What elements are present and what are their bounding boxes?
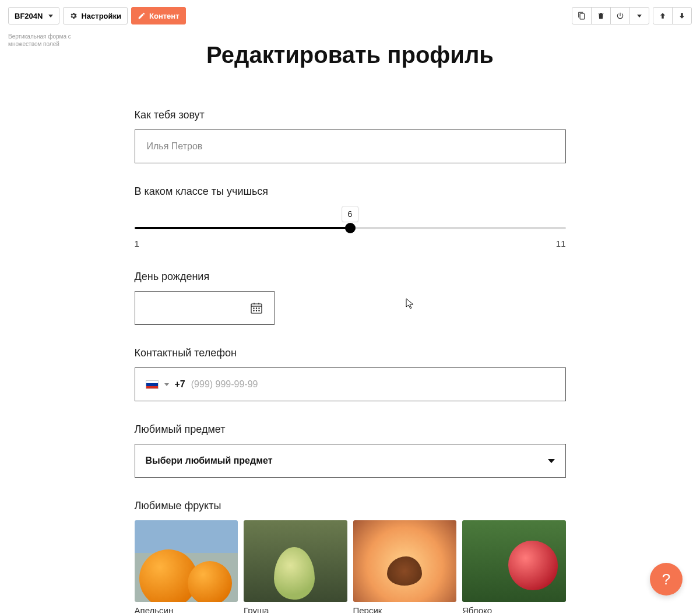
fruit-option-orange[interactable]: Апельсин <box>135 520 238 613</box>
slider-min-label: 1 <box>135 239 139 248</box>
grade-label: В каком классе ты учишься <box>135 185 566 198</box>
profile-form: Как тебя зовут В каком классе ты учишься… <box>135 109 566 613</box>
arrow-up-icon <box>659 12 667 20</box>
settings-label: Настройки <box>81 12 121 20</box>
phone-placeholder: (999) 999-99-99 <box>191 379 258 390</box>
subject-select[interactable]: Выбери любимый предмет <box>135 444 566 478</box>
fruits-label: Любимые фрукты <box>135 500 566 512</box>
slider-tooltip: 6 <box>342 206 359 222</box>
fruit-image <box>462 520 566 602</box>
flag-ru-icon <box>146 380 159 389</box>
birthday-input[interactable] <box>135 291 275 325</box>
pencil-icon <box>138 12 146 20</box>
chevron-down-icon <box>637 15 642 17</box>
arrow-down-icon <box>678 12 686 20</box>
grade-slider[interactable]: 6 1 11 <box>135 206 566 248</box>
fruit-caption: Яблоко <box>462 605 566 613</box>
action-group-1 <box>572 7 649 24</box>
block-id-label: BF204N <box>15 12 43 20</box>
power-icon <box>616 12 624 20</box>
trash-icon <box>597 12 605 20</box>
phone-label: Контактный телефон <box>135 347 566 359</box>
name-label: Как тебя зовут <box>135 109 566 121</box>
subject-label: Любимый предмет <box>135 423 566 436</box>
fruit-image <box>353 520 457 602</box>
calendar-icon <box>249 301 263 315</box>
fruit-caption: Груша <box>244 605 347 613</box>
name-input[interactable] <box>135 129 566 163</box>
action-group-2 <box>653 7 692 24</box>
chevron-down-icon <box>48 15 53 17</box>
block-id-dropdown[interactable]: BF204N <box>8 7 59 24</box>
help-icon: ? <box>662 570 670 589</box>
svg-point-8 <box>256 310 256 311</box>
page-title: Редактировать профиль <box>0 42 700 68</box>
move-up-button[interactable] <box>653 7 673 24</box>
gear-icon <box>69 12 78 20</box>
slider-max-label: 11 <box>556 239 566 248</box>
content-button[interactable]: Контент <box>131 7 186 24</box>
subject-placeholder: Выбери любимый предмет <box>146 456 273 466</box>
fruit-option-pear[interactable]: Груша <box>244 520 347 613</box>
svg-point-9 <box>258 310 259 311</box>
fruit-caption: Персик <box>353 605 457 613</box>
svg-point-5 <box>256 308 256 309</box>
svg-point-4 <box>253 308 254 309</box>
slider-track <box>135 227 566 229</box>
copy-icon <box>578 12 586 20</box>
fruit-option-peach[interactable]: Персик <box>353 520 457 613</box>
svg-point-6 <box>258 308 259 309</box>
duplicate-button[interactable] <box>572 7 592 24</box>
chevron-down-icon[interactable] <box>164 383 169 386</box>
chevron-down-icon <box>548 459 555 463</box>
birthday-label: День рождения <box>135 271 566 283</box>
delete-button[interactable] <box>591 7 611 24</box>
phone-prefix: +7 <box>175 379 185 390</box>
slider-handle[interactable] <box>345 223 356 233</box>
fruit-caption: Апельсин <box>135 605 238 613</box>
fruit-option-apple[interactable]: Яблоко <box>462 520 566 613</box>
slider-fill <box>135 227 350 229</box>
move-down-button[interactable] <box>672 7 692 24</box>
block-description: Вертикальная форма с множеством полей <box>8 33 72 48</box>
phone-input[interactable]: +7 (999) 999-99-99 <box>135 367 566 401</box>
power-button[interactable] <box>610 7 630 24</box>
fruit-image <box>244 520 347 602</box>
svg-point-7 <box>253 310 254 311</box>
fruit-image <box>135 520 238 602</box>
more-dropdown[interactable] <box>629 7 649 24</box>
content-label: Контент <box>149 12 180 20</box>
help-button[interactable]: ? <box>650 563 683 596</box>
settings-button[interactable]: Настройки <box>63 7 128 24</box>
